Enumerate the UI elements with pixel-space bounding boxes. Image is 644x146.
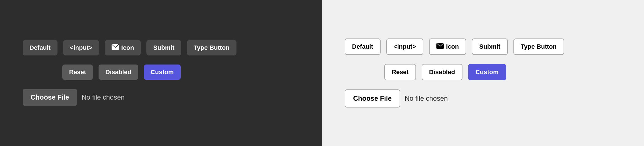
light-choose-file-button[interactable]: Choose File [345, 89, 400, 108]
light-panel: Default <input> Icon Submit Type Button … [322, 0, 644, 146]
light-row2: Reset Disabled Custom [384, 64, 506, 80]
dark-row2: Reset Disabled Custom [62, 65, 181, 80]
envelope-icon [436, 43, 444, 50]
light-row1: Default <input> Icon Submit Type Button [345, 38, 564, 55]
dark-typebutton-button[interactable]: Type Button [187, 40, 236, 55]
light-disabled-button[interactable]: Disabled [422, 64, 462, 80]
dark-no-file-label: No file chosen [82, 93, 125, 101]
dark-input-button[interactable]: <input> [63, 40, 99, 55]
light-icon-button-label: Icon [446, 43, 459, 50]
dark-custom-button[interactable]: Custom [144, 65, 181, 80]
dark-disabled-button[interactable]: Disabled [99, 65, 138, 80]
light-default-button[interactable]: Default [345, 38, 381, 55]
light-file-row: Choose File No file chosen [345, 89, 448, 108]
light-icon-button[interactable]: Icon [429, 38, 466, 55]
light-input-button[interactable]: <input> [386, 38, 423, 55]
light-reset-button[interactable]: Reset [384, 64, 416, 80]
dark-panel: Default <input> Icon Submit Type Button … [0, 0, 322, 146]
dark-submit-button[interactable]: Submit [146, 40, 181, 55]
light-custom-button[interactable]: Custom [468, 64, 506, 80]
dark-row1: Default <input> Icon Submit Type Button [23, 40, 236, 55]
dark-icon-button[interactable]: Icon [105, 40, 141, 55]
dark-file-row: Choose File No file chosen [23, 89, 125, 106]
dark-reset-button[interactable]: Reset [62, 65, 93, 80]
light-submit-button[interactable]: Submit [472, 38, 508, 55]
dark-icon-button-label: Icon [121, 44, 134, 51]
envelope-icon [112, 44, 119, 51]
dark-choose-file-button[interactable]: Choose File [23, 89, 77, 106]
light-no-file-label: No file chosen [405, 95, 448, 102]
dark-default-button[interactable]: Default [23, 40, 57, 55]
light-typebutton-button[interactable]: Type Button [513, 38, 564, 55]
